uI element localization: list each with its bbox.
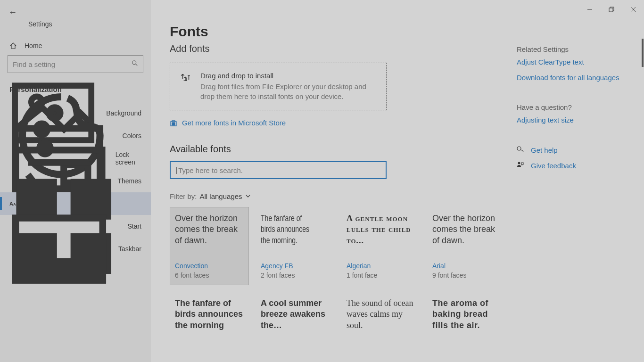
chevron-down-icon [245, 192, 251, 200]
font-card-arial[interactable]: Over the horizon comes the break of dawn… [427, 207, 506, 285]
feedback-icon [517, 161, 524, 170]
font-name: Arial [432, 262, 501, 270]
font-card-row2-2[interactable]: A cool summer breeze awakens the… [256, 292, 335, 353]
right-column: Related Settings Adjust ClearType text D… [517, 45, 630, 177]
store-link-label: Get more fonts in Microsoft Store [182, 119, 286, 127]
page-title: Fonts [170, 24, 625, 40]
home-nav[interactable]: Home [0, 36, 151, 55]
scrollbar-thumb[interactable] [642, 39, 644, 67]
maximize-button[interactable] [601, 0, 622, 19]
dropzone[interactable]: Drag and drop to install Drag font files… [170, 63, 387, 110]
dropzone-desc: Drag font files from File Explorer or yo… [200, 82, 377, 101]
font-card-convection[interactable]: Over the horizon comes the break of dawn… [170, 207, 249, 285]
font-name: Algerian [347, 262, 415, 270]
font-card-agencyfb[interactable]: The fanfare of birds announces the morni… [256, 207, 335, 285]
dropzone-title: Drag and drop to install [200, 72, 377, 80]
font-grid: Over the horizon comes the break of dawn… [170, 207, 505, 353]
store-icon [170, 119, 177, 127]
svg-rect-17 [172, 124, 173, 125]
search-icon [132, 60, 138, 68]
link-cleartype[interactable]: Adjust ClearType text [517, 58, 630, 66]
svg-point-20 [518, 162, 520, 165]
get-help[interactable]: Get help [517, 146, 630, 155]
svg-rect-16 [174, 123, 175, 124]
svg-rect-18 [174, 124, 175, 125]
window-controls [579, 0, 644, 19]
sidebar-item-label: Taskbar [118, 245, 141, 253]
link-adjust-text-size[interactable]: Adjusting text size [517, 116, 630, 124]
give-feedback-label: Give feedback [531, 162, 576, 170]
font-card-row2-4[interactable]: The aroma of baking bread fills the air. [427, 292, 506, 353]
font-sample: Over the horizon comes the break of dawn… [175, 213, 244, 258]
font-search[interactable]: | [170, 161, 387, 179]
question-heading: Have a question? [517, 103, 630, 111]
filter-label: Filter by: [170, 192, 197, 200]
font-sample: Over the horizon comes the break of dawn… [432, 213, 501, 258]
taskbar-icon [9, 199, 109, 299]
font-faces: 9 font faces [432, 272, 501, 279]
font-sample: A gentle moon lulls the child to... [347, 213, 415, 258]
link-download-fonts[interactable]: Download fonts for all languages [517, 74, 630, 82]
font-faces: 1 font face [347, 272, 415, 279]
minimize-button[interactable] [579, 0, 601, 19]
sidebar: ← Settings Home Personalization Backgrou… [0, 0, 151, 362]
font-card-row2-3[interactable]: The sound of ocean waves calms my soul. [341, 292, 421, 353]
sidebar-item-label: Start [127, 222, 141, 230]
font-search-input[interactable] [178, 166, 381, 174]
home-label: Home [25, 42, 42, 49]
svg-point-19 [517, 147, 521, 150]
sidebar-item-label: Themes [117, 177, 141, 185]
back-button[interactable]: ← [8, 8, 17, 17]
close-button[interactable] [622, 0, 644, 19]
font-faces: 2 font faces [261, 272, 330, 279]
font-card-row2-1[interactable]: The fanfare of birds announces the morni… [170, 292, 249, 353]
svg-rect-14 [16, 261, 103, 280]
font-faces: 6 font faces [175, 272, 244, 279]
font-name: Agency FB [261, 262, 330, 270]
home-icon [9, 42, 17, 49]
svg-rect-21 [609, 8, 613, 12]
svg-point-0 [132, 61, 136, 65]
font-sample: The fanfare of birds announces the morni… [175, 298, 244, 343]
sidebar-item-label: Lock screen [116, 151, 141, 166]
help-icon [517, 146, 524, 155]
font-card-algerian[interactable]: A gentle moon lulls the child to... Alge… [341, 207, 421, 285]
settings-search-input[interactable] [13, 60, 132, 68]
main-content: Fonts Add fonts Drag and drop to install… [151, 0, 644, 362]
settings-app: ← Settings Home Personalization Backgrou… [0, 0, 644, 362]
filter-value: All languages [200, 192, 242, 200]
sidebar-item-label: Colors [123, 132, 141, 140]
font-name: Convection [175, 262, 244, 270]
dropzone-icon [180, 73, 192, 87]
font-sample: The aroma of baking bread fills the air. [432, 298, 501, 343]
font-sample: A cool summer breeze awakens the… [261, 298, 330, 343]
svg-rect-15 [172, 123, 173, 124]
window-title: Settings [0, 19, 151, 36]
get-help-label: Get help [531, 146, 558, 154]
sidebar-item-taskbar[interactable]: Taskbar [0, 238, 151, 260]
related-settings-heading: Related Settings [517, 45, 630, 53]
font-sample: The sound of ocean waves calms my soul. [347, 298, 415, 343]
give-feedback[interactable]: Give feedback [517, 161, 630, 170]
filter-dropdown[interactable]: Filter by: All languages [170, 192, 625, 200]
font-sample: The fanfare of birds announces the morni… [261, 213, 314, 258]
